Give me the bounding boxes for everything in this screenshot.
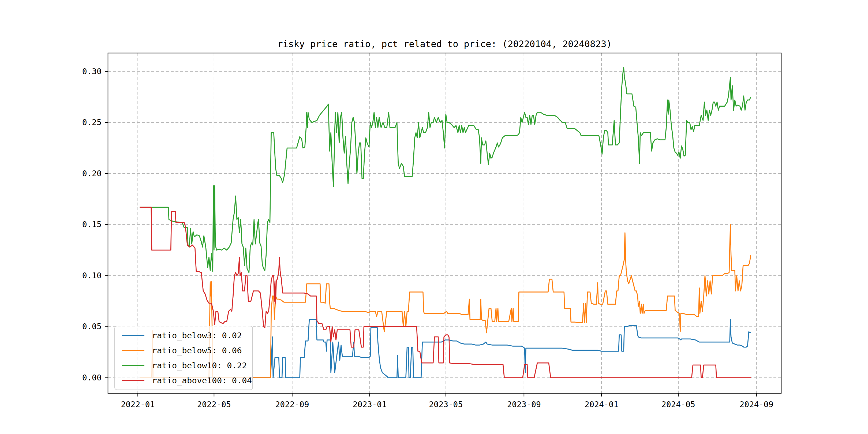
y-tick-label: 0.20 — [82, 169, 101, 178]
y-tick-label: 0.10 — [82, 271, 101, 280]
legend-line-sample-ratio_below5 — [122, 350, 145, 351]
x-tick-label: 2022-09 — [275, 400, 309, 409]
y-tick-label: 0.00 — [82, 373, 101, 382]
x-tick-label: 2024-01 — [585, 400, 618, 409]
legend-line-sample-ratio_below10 — [122, 365, 145, 366]
legend-label: ratio_below5: 0.06 — [152, 346, 242, 355]
legend-item-ratio_above100: ratio_above100: 0.04 — [115, 373, 252, 388]
legend-label: ratio_below10: 0.22 — [152, 361, 247, 370]
x-tick-label: 2023-09 — [507, 400, 541, 409]
legend-line-sample-ratio_above100 — [122, 380, 145, 381]
legend-label: ratio_above100: 0.04 — [152, 376, 252, 385]
legend-item-ratio_below3: ratio_below3: 0.02 — [115, 328, 252, 343]
legend-item-ratio_below10: ratio_below10: 0.22 — [115, 358, 252, 373]
y-tick-label: 0.30 — [82, 67, 101, 76]
x-tick-label: 2024-05 — [661, 400, 695, 409]
x-tick-label: 2024-09 — [739, 400, 773, 409]
y-tick-label: 0.25 — [82, 118, 101, 127]
x-tick-label: 2023-05 — [429, 400, 463, 409]
x-tick-label: 2023-01 — [353, 400, 386, 409]
y-tick-label: 0.15 — [82, 220, 101, 229]
y-tick-label: 0.05 — [82, 322, 101, 331]
legend-item-ratio_below5: ratio_below5: 0.06 — [115, 343, 252, 358]
legend-label: ratio_below3: 0.02 — [152, 331, 242, 340]
legend-line-sample-ratio_below3 — [122, 335, 145, 336]
figure: risky price ratio, pct related to price:… — [0, 0, 868, 434]
x-tick-label: 2022-01 — [121, 400, 155, 409]
series-line-ratio_below10 — [140, 67, 751, 273]
x-tick-label: 2022-05 — [197, 400, 231, 409]
legend: ratio_below3: 0.02ratio_below5: 0.06rati… — [114, 326, 253, 390]
